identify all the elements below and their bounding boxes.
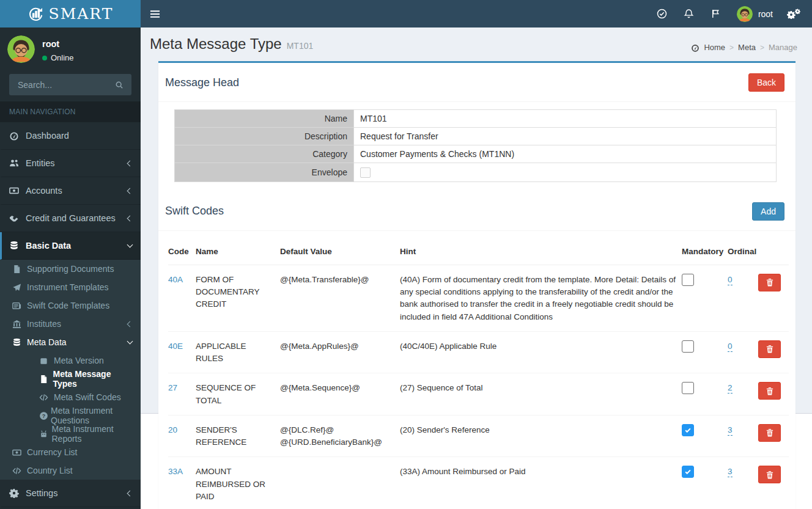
- send-icon: [12, 283, 27, 292]
- database-icon: [12, 338, 27, 347]
- user-name: root: [42, 39, 74, 49]
- name-cell: AMOUNT REIMBURSED OR PAID: [196, 457, 280, 509]
- sidebar-item-label: Credit and Guarantees: [26, 213, 116, 223]
- sidebar-item-accounts[interactable]: Accounts: [0, 177, 141, 205]
- swift-codes-header: Swift Codes Add: [158, 192, 795, 230]
- user-avatar: [7, 35, 35, 63]
- ordinal-link[interactable]: 0: [728, 275, 733, 285]
- mandatory-checkbox[interactable]: [682, 382, 694, 394]
- users-icon: [9, 158, 26, 168]
- code-link[interactable]: 20: [168, 425, 177, 434]
- sidebar-item-dashboard[interactable]: Dashboard: [0, 122, 141, 150]
- code-link[interactable]: 27: [168, 383, 177, 392]
- app: SMART root Online: [0, 0, 812, 509]
- sidebar-item-settings[interactable]: Settings: [0, 480, 141, 507]
- field-row: NameMT101: [175, 110, 777, 128]
- sidebar-item-instrument-templates[interactable]: Instrument Templates: [0, 278, 141, 296]
- ordinal-link[interactable]: 3: [728, 467, 733, 477]
- mandatory-cell: [682, 373, 728, 416]
- sidebar-item-meta-message-types[interactable]: Meta Message Types: [0, 370, 141, 388]
- search-input[interactable]: [17, 79, 110, 90]
- sidebar-item-entities[interactable]: Entities: [0, 150, 141, 177]
- sidebar-item-label: Entities: [26, 158, 55, 168]
- envelope-checkbox[interactable]: [360, 167, 371, 178]
- code-cell: 33A: [168, 457, 196, 509]
- sidebar-item-meta-instrument-questions[interactable]: ?Meta Instrument Questions: [0, 406, 141, 425]
- sidebar-item-country-list[interactable]: Country List: [0, 461, 141, 480]
- column-header-name: Name: [196, 235, 280, 265]
- user-menu[interactable]: root: [729, 0, 780, 27]
- delete-button[interactable]: [758, 382, 781, 400]
- sidebar-item-label: Meta Instrument Reports: [51, 424, 132, 444]
- mandatory-checkbox[interactable]: [682, 466, 694, 478]
- sidebar-item-swift-code-templates[interactable]: Swift Code Templates: [0, 296, 141, 315]
- breadcrumb-item-home[interactable]: Home: [704, 43, 725, 52]
- question-icon: ?: [39, 411, 51, 420]
- control-sidebar-button[interactable]: [780, 0, 807, 27]
- mandatory-checkbox[interactable]: [682, 340, 694, 353]
- message-head-header: Message Head Back: [158, 63, 795, 101]
- ordinal-cell: 3: [728, 457, 758, 509]
- delete-button[interactable]: [758, 274, 781, 291]
- field-value-text: MT101: [360, 114, 387, 123]
- approvals-button[interactable]: [649, 0, 676, 27]
- sidebar-item-basic-data[interactable]: Basic Data: [0, 232, 141, 260]
- back-button[interactable]: Back: [748, 73, 784, 92]
- sidebar-toggle-button[interactable]: [141, 0, 169, 27]
- delete-button[interactable]: [758, 424, 781, 442]
- ordinal-cell: 2: [728, 373, 758, 416]
- hamburger-icon: [150, 10, 160, 18]
- sidebar-item-currency-list[interactable]: Currency List: [0, 443, 141, 461]
- sidebar-item-supporting-documents[interactable]: Supporting Documents: [0, 260, 141, 278]
- column-header-default-value: Default Value: [280, 235, 400, 265]
- handshake-icon: [9, 213, 26, 223]
- sidebar-item-institutes[interactable]: Institutes: [0, 315, 141, 333]
- delete-button[interactable]: [758, 466, 781, 483]
- ordinal-link[interactable]: 2: [728, 383, 733, 394]
- message-head-table: NameMT101DescriptionRequest for Transfer…: [174, 109, 777, 182]
- check-circle-icon: [657, 9, 667, 19]
- column-header-mandatory: Mandatory: [682, 235, 728, 265]
- sidebar-item-credit-and-guarantees[interactable]: Credit and Guarantees: [0, 205, 141, 232]
- chevron-down-icon: [127, 339, 133, 345]
- sidebar-item-label: Dashboard: [26, 131, 69, 141]
- mandatory-checkbox[interactable]: [682, 274, 694, 286]
- default-value-cell: @{Meta.Transferable}@: [280, 265, 400, 331]
- sidebar-item-label: Meta Message Types: [53, 369, 132, 389]
- swift-row: 27SEQUENCE OF TOTAL@{Meta.Sequence}@(27)…: [168, 373, 789, 416]
- code-link[interactable]: 40A: [168, 275, 183, 284]
- sidebar-item-label: Currency List: [27, 447, 77, 457]
- sidebar-item-meta-data[interactable]: Meta Data: [0, 333, 141, 351]
- page-title: Meta Message TypeMT101: [150, 35, 313, 53]
- swift-codes-title: Swift Codes: [165, 205, 224, 218]
- home-dashboard-icon: [691, 43, 699, 52]
- chevron-left-icon: [127, 215, 133, 221]
- sidebar-item-meta-swift-codes[interactable]: Meta Swift Codes: [0, 388, 141, 406]
- name-cell: SENDER'S REFERENCE: [196, 415, 280, 457]
- chevron-left-icon: [127, 321, 133, 327]
- code-icon: [39, 393, 54, 402]
- code-link[interactable]: 33A: [168, 467, 183, 476]
- ordinal-link[interactable]: 0: [728, 342, 733, 352]
- add-button[interactable]: Add: [752, 202, 784, 221]
- delete-button[interactable]: [758, 340, 781, 358]
- sidebar-item-meta-instrument-reports[interactable]: Meta Instrument Reports: [0, 425, 141, 443]
- content: Meta Message TypeMT101 Home > Meta > Man…: [141, 27, 812, 509]
- search-button[interactable]: [110, 76, 128, 94]
- default-value-cell: @{DLC.Ref}@ @{URD.BeneficiaryBank}@: [280, 415, 400, 457]
- default-value-cell: @{Meta.AppRules}@: [280, 331, 400, 373]
- actions-cell: [758, 265, 789, 331]
- newspaper-icon: [12, 301, 27, 310]
- brand-logo[interactable]: SMART: [0, 0, 141, 27]
- flags-button[interactable]: [703, 0, 729, 27]
- sidebar-item-meta-version[interactable]: Meta Version: [0, 351, 141, 370]
- search-icon: [115, 81, 124, 89]
- field-value: [354, 163, 777, 182]
- ordinal-link[interactable]: 3: [728, 425, 733, 436]
- notifications-button[interactable]: [676, 0, 703, 27]
- mandatory-checkbox[interactable]: [682, 424, 694, 436]
- breadcrumb-item-meta[interactable]: Meta: [738, 43, 756, 52]
- navbar-right: root: [649, 0, 812, 27]
- sidebar-item-label: Instrument Templates: [27, 282, 109, 292]
- code-link[interactable]: 40E: [168, 342, 183, 351]
